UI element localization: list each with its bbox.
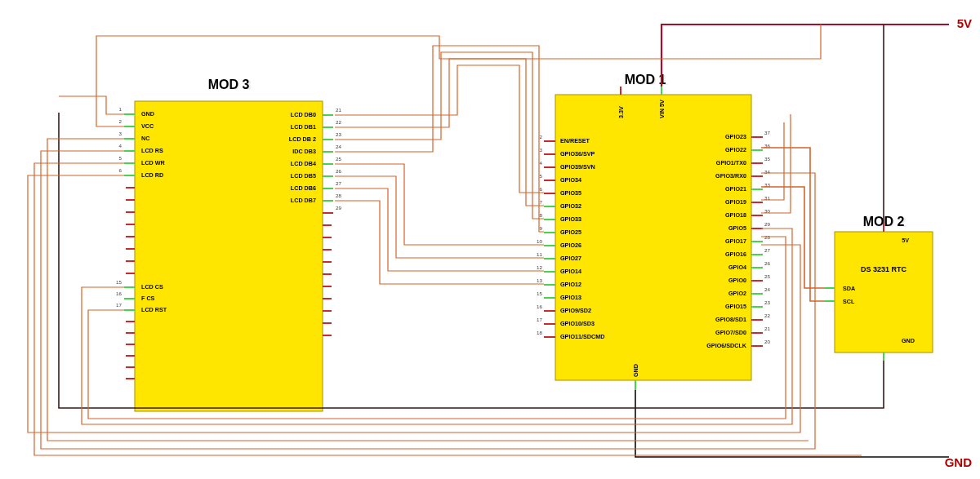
mod3-lower-pin: F CS [141,295,155,302]
mod3-right-num: 25 [336,156,341,162]
mod3-left-pin: LCD RS [141,147,163,154]
mod3-lower-num: 17 [116,302,122,308]
mod1-left-pin: GPIO27 [560,255,581,262]
mod1-title: MOD 1 [625,73,666,86]
mod1-left-pin: EN/RESET [560,137,590,144]
rail-5v-label: 5V [957,16,972,30]
mod3-right-pin: LCD DB4 [291,160,316,167]
mod1-right-num: 24 [764,286,770,292]
mod3-left-pin: NC [141,135,149,142]
mod1-left-num: 12 [537,264,542,270]
mod1-block: MOD 1 MOD 1 3.3V VIN 5V GND 2EN/RESET3GP… [537,73,770,390]
mod1-right-pin: GPIO23 [725,133,746,140]
mod1-right-pin: GPIO21 [725,185,746,193]
mod1-right-pin: GPIO8/SD1 [715,316,746,323]
mod1-left-num: 5 [540,173,543,179]
mod1-left-num: 16 [537,304,542,309]
mod1-right-num: 37 [764,130,770,135]
mod1-right-num: 23 [764,299,770,305]
mod1-right-num: 21 [764,326,770,331]
mod3-title: MOD 3 [208,78,250,91]
mod3-left-num: 1 [119,106,122,112]
mod1-right-num: 25 [764,273,770,279]
mod1-right-num: 22 [764,313,770,318]
mod3-right-num: 27 [336,180,341,186]
mod1-left-pin: GPIO26 [560,242,581,249]
mod3-right-pin: LCD DB0 [291,111,316,118]
mod3-right-num: 21 [336,107,341,113]
mod2-chip-label: DS 3231 RTC [861,265,907,273]
mod1-right-num: 26 [764,260,770,266]
mod3-left-pin: LCD RD [141,171,163,179]
mod1-left-num: 6 [540,186,543,192]
mod1-left-pin: GPIO13 [560,294,581,301]
mod3-left-num: 4 [119,143,122,149]
mod1-left-pin: GPIO32 [560,202,581,210]
mod2-pin-gnd: GND [902,337,915,344]
mod1-right-pin: GPIO2 [728,290,746,297]
schematic-canvas: MOD 3 MOD 3 1GND2VCC3NC4LCD RS5LCD WR6LC… [0,0,980,479]
mod1-left-num: 4 [540,160,543,166]
mod3-right-num: 29 [336,205,341,211]
mod3-left-num: 6 [119,167,122,173]
mod1-left-num: 17 [537,317,542,322]
mod1-left-num: 15 [537,291,542,296]
mod1-left-pin: GPIO14 [560,268,581,275]
mod1-left-pin: GPIO25 [560,228,581,236]
mod3-lower-pin: LCD RST [141,306,167,313]
mod1-left-pin: GPIO9/SD2 [560,307,591,314]
mod1-left-pin: GPIO11/SDCMD [560,333,604,340]
mod3-left-num: 2 [119,118,122,124]
mod1-left-num: 7 [540,199,543,205]
mod1-left-num: 11 [537,251,542,257]
mod3-lower-num: 15 [116,279,122,285]
mod2-pin-scl: SCL [843,298,855,305]
mod3-right-pin: LCD DB5 [291,172,316,180]
mod1-left-num: 9 [540,225,543,231]
mod1-right-pin: GPIO18 [725,211,746,219]
mod3-right-num: 28 [336,193,341,198]
mod1-right-pin: GPIO5 [728,224,746,232]
mod2-pin-sda: SDA [843,285,855,292]
mod1-left-num: 10 [537,238,542,244]
mod1-left-num: 13 [537,277,542,283]
mod1-pin-3v3: 3.3V [617,106,625,118]
mod1-right-pin: GPIO19 [725,198,746,206]
mod1-right-num: 20 [764,339,770,344]
mod1-right-num: 29 [764,221,770,227]
mod3-left-pin: LCD WR [141,159,166,166]
mod1-left-num: 8 [540,212,543,218]
mod1-pin-gnd: GND [632,364,639,377]
mod1-left-pin: GPIO10/SD3 [560,320,595,327]
mod1-left-pin: GPIO35 [560,189,581,197]
mod3-right-pin: IDC DB3 [292,148,316,155]
mod1-right-pin: GPIO1/TX0 [716,159,746,166]
mod3-left-pin: VCC [141,122,154,130]
mod1-left-pin: GPIO12 [560,281,581,288]
mod1-left-num: 18 [537,330,542,335]
mod1-right-pin: GPIO16 [725,251,746,258]
mod3-right-pin: LCD DB7 [291,197,316,204]
mod1-left-pin: GPIO36/SVP [560,150,595,157]
mod2-block: MOD 2 MOD 2 DS 3231 RTC 5V SDA SCL GND [825,215,933,361]
mod3-left-num: 5 [119,155,122,161]
mod3-right-num: 26 [336,168,341,174]
mod1-right-num: 34 [764,169,770,175]
mod1-right-pin: GPIO22 [725,146,746,153]
mod3-left-num: 3 [119,131,122,136]
mod1-right-num: 27 [764,247,770,253]
mod1-right-pin: GPIO3/RX0 [715,172,746,180]
mod3-lower-pin: LCD CS [141,283,163,291]
mod1-right-pin: GPIO7/SD0 [715,329,746,336]
mod3-right-pin: LCD DB6 [291,184,316,192]
mod3-lower-num: 16 [116,291,122,296]
mod1-right-pin: GPIO15 [725,303,746,310]
mod1-right-num: 35 [764,156,770,162]
mod3-right-num: 24 [336,144,341,149]
mod3-right-num: 23 [336,131,341,137]
mod3-right-pin: LCD DB 2 [289,135,316,143]
mod1-left-pin: GPIO33 [560,215,581,223]
mod1-pin-vin5v: VIN 5V [658,100,666,118]
mod1-right-pin: GPIO4 [728,264,746,271]
svg-rect-80 [835,232,933,353]
